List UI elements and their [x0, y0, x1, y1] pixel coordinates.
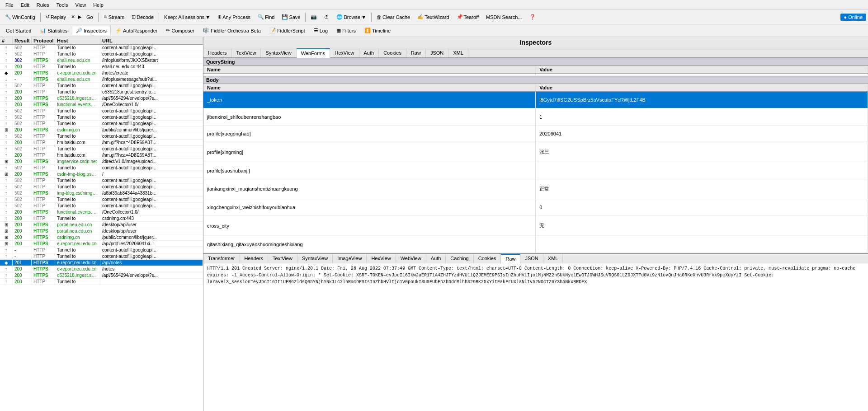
- session-row[interactable]: ◆ 201 HTTPS e-report.neu.edu.cn /api/not…: [0, 260, 203, 266]
- decode-button[interactable]: ⊡ Decode: [128, 13, 157, 21]
- session-row[interactable]: ⊞ 200 HTTPS csdnimg.cn /public/common/li…: [0, 234, 203, 241]
- session-row[interactable]: ↑ 502 HTTPS img-blog.csdnimg.cn /a8bf39a…: [0, 190, 203, 196]
- body-row[interactable]: cross_city 无: [203, 216, 868, 236]
- resp-tab-auth[interactable]: Auth: [426, 254, 446, 263]
- session-row[interactable]: ⊞ 200 HTTPS imgservice.csdn.net /direct/…: [0, 159, 203, 165]
- filters-tab[interactable]: ▦ Filters: [332, 26, 360, 35]
- session-row[interactable]: ↑ 502 HTTP Tunnel to content-autofill.go…: [0, 121, 203, 127]
- stream-button[interactable]: ≋ Stream: [100, 13, 127, 21]
- session-row[interactable]: ◆ 200 HTTPS e-report.neu.edu.cn /notes/c…: [0, 70, 203, 76]
- resp-tab-imageview[interactable]: ImageView: [333, 254, 367, 263]
- session-row[interactable]: ↑ 200 HTTP hm.baidu.com /hm.gif?hca=4D8E…: [0, 140, 203, 146]
- keep-button[interactable]: Keep: All sessions ▼: [161, 13, 213, 21]
- right-arrow-button[interactable]: ▶: [77, 13, 82, 21]
- help-icon-button[interactable]: ❓: [526, 13, 539, 21]
- menu-help[interactable]: Help: [90, 1, 107, 9]
- req-tab-webforms[interactable]: WebForms: [297, 48, 330, 58]
- body-row[interactable]: qitashixiang_qitaxuyaoshuomingdeshixiang: [203, 236, 868, 253]
- session-row[interactable]: ↑ 200 HTTP Tunnel to: [0, 279, 203, 285]
- resp-tab-textview[interactable]: TextView: [268, 254, 297, 263]
- session-row[interactable]: ↑ 200 HTTP Tunnel to csdnimg.cn:443: [0, 215, 203, 222]
- session-row[interactable]: ↑ 200 HTTPS functional.events.d... /OneC…: [0, 209, 203, 215]
- body-table[interactable]: Name Value _token l8Gytd7iflSG2USSpBrz5a…: [203, 84, 868, 253]
- online-button[interactable]: ● Online: [840, 14, 867, 21]
- composer-tab[interactable]: ✏ Composer: [162, 26, 198, 35]
- session-row[interactable]: ↑ 502 HTTP Tunnel to content-autofill.go…: [0, 196, 203, 203]
- log-tab[interactable]: ☰ Log: [310, 26, 332, 35]
- save-button[interactable]: 💾 Save: [278, 13, 303, 21]
- text-wizard-button[interactable]: ✍ TextWizard: [414, 13, 452, 21]
- body-row[interactable]: profile[xuegonghao] 20206041: [203, 125, 868, 142]
- statistics-tab[interactable]: 📊 Statistics: [36, 26, 71, 35]
- session-row[interactable]: ↑ 502 HTTP Tunnel to content-autofill.go…: [0, 108, 203, 114]
- session-row[interactable]: ⊞ 200 HTTPS e-report.neu.edu.cn /api/pro…: [0, 241, 203, 247]
- resp-tab-syntaxview[interactable]: SyntaxView: [297, 254, 333, 263]
- session-row[interactable]: ↑ 302 HTTPS ehall.neu.edu.cn /infoplus/f…: [0, 57, 203, 64]
- go-button[interactable]: Go: [83, 13, 96, 21]
- req-tab-textview[interactable]: TextView: [232, 48, 261, 57]
- tearoff-button[interactable]: 📌 Tearoff: [453, 13, 482, 21]
- resp-tab-json[interactable]: JSON: [520, 254, 543, 263]
- req-tab-raw[interactable]: Raw: [406, 48, 426, 57]
- find-button[interactable]: 🔍 Find: [255, 13, 278, 21]
- req-tab-auth[interactable]: Auth: [359, 48, 379, 57]
- timeline-tab[interactable]: ⏫ Timeline: [360, 26, 395, 35]
- menu-tools[interactable]: Tools: [53, 1, 72, 9]
- session-row[interactable]: ↑ - HTTP Tunnel to content-autofill.goog…: [0, 247, 203, 253]
- session-row[interactable]: ↑ 200 HTTPS functional.events.d... /OneC…: [0, 102, 203, 108]
- resp-tab-caching[interactable]: Caching: [446, 254, 473, 263]
- menu-edit[interactable]: Edit: [17, 1, 33, 9]
- session-row[interactable]: ↑ 200 HTTPS o535218.ingest.sen... /api/5…: [0, 95, 203, 102]
- req-tab-json[interactable]: JSON: [426, 48, 448, 57]
- req-tab-cookies[interactable]: Cookies: [379, 48, 406, 57]
- session-row[interactable]: ↑ - HTTP Tunnel to content-autofill.goog…: [0, 253, 203, 260]
- session-row[interactable]: ↑ 502 HTTP Tunnel to content-autofill.go…: [0, 114, 203, 121]
- fiddler-script-tab[interactable]: 📝 FiddlerScript: [265, 26, 309, 35]
- resp-tab-transformer[interactable]: Transformer: [203, 254, 240, 263]
- body-row[interactable]: xingchengxinxi_weizhishifouyoubianhua 0: [203, 199, 868, 215]
- session-row[interactable]: ↑ 502 HTTP Tunnel to content-autofill.go…: [0, 165, 203, 171]
- session-row[interactable]: ↑ 200 HTTPS e-report.neu.edu.cn /notes: [0, 266, 203, 272]
- session-row[interactable]: ↑ 200 HTTP Tunnel to o535218.ingest.sent…: [0, 89, 203, 95]
- req-tab-headers[interactable]: Headers: [203, 48, 232, 57]
- session-row[interactable]: ↑ 502 HTTP Tunnel to content-autofill.go…: [0, 83, 203, 89]
- menu-view[interactable]: View: [72, 1, 90, 9]
- winconfig-button[interactable]: 🔧 WinConfig: [2, 13, 38, 21]
- timer-button[interactable]: ⏱: [321, 13, 332, 21]
- replay-button[interactable]: ↺ Replay: [42, 13, 69, 21]
- get-started-tab[interactable]: Get Started: [2, 26, 35, 35]
- body-rows-container[interactable]: _token l8Gytd7iflSG2USSpBrz5aVscatoFYcRW…: [203, 92, 868, 253]
- sessions-table[interactable]: # Result Protocol Host URL ↑ 502 HTTP Tu…: [0, 37, 203, 411]
- menu-rules[interactable]: Rules: [33, 1, 53, 9]
- session-row[interactable]: ↑ 502 HTTP Tunnel to content-autofill.go…: [0, 51, 203, 57]
- resp-tab-hexview[interactable]: HexView: [367, 254, 396, 263]
- session-row[interactable]: ↑ 502 HTTP Tunnel to content-autofill.go…: [0, 177, 203, 184]
- session-row[interactable]: ⊞ 200 HTTPS portal.neu.edu.cn /desktop/a…: [0, 222, 203, 228]
- session-row[interactable]: ↑ 200 HTTPS o535218.ingest.sen... /api/5…: [0, 272, 203, 279]
- body-row[interactable]: profile[xingming] 张三: [203, 142, 868, 162]
- session-row[interactable]: ⊞ 200 HTTPS csdnimg.cn /public/common/li…: [0, 127, 203, 133]
- any-process-button[interactable]: ⊕ Any Process: [214, 13, 254, 21]
- body-row[interactable]: profile[suoshubanji]: [203, 162, 868, 179]
- session-row[interactable]: ↑ 502 HTTP Tunnel to content-autofill.go…: [0, 203, 203, 209]
- clear-cache-button[interactable]: 🗑 Clear Cache: [373, 13, 413, 21]
- menu-file[interactable]: File: [2, 1, 17, 9]
- session-row[interactable]: ⊞ 200 HTTPS csdn-img-blog.oss-c... /: [0, 171, 203, 177]
- session-row[interactable]: ↑ 200 HTTP Tunnel to ehall.neu.edu.cn:44…: [0, 64, 203, 70]
- resp-tab-cookies[interactable]: Cookies: [474, 254, 501, 263]
- req-tab-hexview[interactable]: HexView: [330, 48, 359, 57]
- body-row[interactable]: jiankangxinxi_muqianshentizhuangkuang 正常: [203, 179, 868, 199]
- session-row[interactable]: ↑ 502 HTTP Tunnel to content-autofill.go…: [0, 184, 203, 190]
- inspectors-tab[interactable]: 🔎 Inspectors: [72, 26, 111, 35]
- req-tab-syntaxview[interactable]: SyntaxView: [261, 48, 296, 57]
- browse-button[interactable]: 🌐 Browse ▼: [333, 13, 369, 21]
- session-row[interactable]: ↑ 200 HTTP hm.baidu.com /hm.gif?hca=4D8E…: [0, 152, 203, 159]
- session-row[interactable]: ↑ 502 HTTP Tunnel to content-autofill.go…: [0, 146, 203, 152]
- session-row[interactable]: ↑ 502 HTTP Tunnel to content-autofill.go…: [0, 45, 203, 51]
- screenshot-button[interactable]: 📷: [307, 13, 320, 21]
- resp-tab-webview[interactable]: WebView: [396, 254, 426, 263]
- body-row[interactable]: jibenxinxi_shifoubenrenshangbao 1: [203, 108, 868, 125]
- x-button[interactable]: ✕: [70, 13, 76, 21]
- body-row[interactable]: _token l8Gytd7iflSG2USSpBrz5aVscatoFYcRW…: [203, 92, 868, 108]
- resp-tab-xml[interactable]: XML: [543, 254, 563, 263]
